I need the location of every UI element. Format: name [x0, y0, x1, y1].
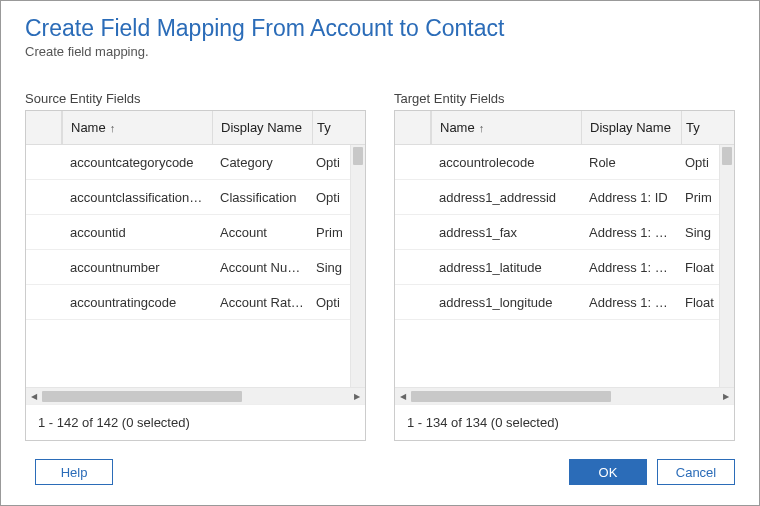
row-selector[interactable]: [395, 250, 431, 284]
cell-display: Address 1: Lo...: [581, 295, 681, 310]
row-selector[interactable]: [26, 250, 62, 284]
scroll-left-icon[interactable]: ◀: [26, 389, 42, 404]
cell-type: Float: [681, 295, 719, 310]
table-row[interactable]: accountratingcodeAccount RatingOpti: [26, 285, 350, 320]
source-panel-label: Source Entity Fields: [25, 91, 366, 106]
scrollbar-track[interactable]: [411, 389, 718, 404]
scrollbar-thumb[interactable]: [411, 391, 611, 402]
column-header-name-text: Name: [440, 120, 475, 135]
page-subtitle: Create field mapping.: [25, 44, 735, 59]
sort-ascending-icon: ↑: [110, 122, 116, 134]
source-grid-header: Name ↑ Display Name Ty: [26, 111, 365, 145]
table-row[interactable]: accountrolecodeRoleOpti: [395, 145, 719, 180]
cell-name: accountcategorycode: [62, 155, 212, 170]
column-header-name[interactable]: Name ↑: [62, 111, 212, 144]
help-button[interactable]: Help: [35, 459, 113, 485]
row-selector[interactable]: [26, 285, 62, 319]
row-selector[interactable]: [26, 215, 62, 249]
column-header-name[interactable]: Name ↑: [431, 111, 581, 144]
cell-name: address1_fax: [431, 225, 581, 240]
cell-display: Category: [212, 155, 312, 170]
dialog-footer: Help OK Cancel: [1, 441, 759, 505]
cell-display: Account Num...: [212, 260, 312, 275]
cell-name: address1_addressid: [431, 190, 581, 205]
scrollbar-thumb[interactable]: [722, 147, 732, 165]
table-row[interactable]: accountnumberAccount Num...Sing: [26, 250, 350, 285]
row-selector[interactable]: [395, 180, 431, 214]
column-header-display[interactable]: Display Name: [212, 111, 312, 144]
source-status-text: 1 - 142 of 142 (0 selected): [26, 404, 365, 440]
cancel-button[interactable]: Cancel: [657, 459, 735, 485]
row-selector[interactable]: [395, 215, 431, 249]
cell-display: Account: [212, 225, 312, 240]
scrollbar-thumb[interactable]: [42, 391, 242, 402]
cell-display: Role: [581, 155, 681, 170]
row-selector[interactable]: [395, 145, 431, 179]
cell-name: address1_longitude: [431, 295, 581, 310]
horizontal-scrollbar[interactable]: ◀ ▶: [395, 387, 734, 404]
column-header-type[interactable]: Ty: [312, 111, 350, 144]
scrollbar-thumb[interactable]: [353, 147, 363, 165]
row-selector[interactable]: [395, 285, 431, 319]
source-grid: Name ↑ Display Name Ty accountcategoryco…: [25, 110, 366, 441]
row-selector[interactable]: [26, 180, 62, 214]
scroll-right-icon[interactable]: ▶: [718, 389, 734, 404]
source-panel: Source Entity Fields Name ↑ Display Name…: [25, 91, 366, 441]
target-grid-body: accountrolecodeRoleOptiaddress1_addressi…: [395, 145, 734, 387]
table-row[interactable]: address1_latitudeAddress 1: La...Float: [395, 250, 719, 285]
cell-name: accountnumber: [62, 260, 212, 275]
cell-display: Address 1: ID: [581, 190, 681, 205]
cell-name: accountid: [62, 225, 212, 240]
ok-button[interactable]: OK: [569, 459, 647, 485]
column-header-name-text: Name: [71, 120, 106, 135]
column-header-type[interactable]: Ty: [681, 111, 719, 144]
cell-type: Opti: [312, 190, 350, 205]
cell-display: Classification: [212, 190, 312, 205]
vertical-scrollbar[interactable]: [719, 145, 734, 387]
column-header-display[interactable]: Display Name: [581, 111, 681, 144]
content-area: Source Entity Fields Name ↑ Display Name…: [1, 67, 759, 441]
row-selector[interactable]: [26, 145, 62, 179]
scrollbar-track[interactable]: [42, 389, 349, 404]
horizontal-scrollbar[interactable]: ◀ ▶: [26, 387, 365, 404]
cell-name: accountrolecode: [431, 155, 581, 170]
target-panel-label: Target Entity Fields: [394, 91, 735, 106]
cell-type: Prim: [681, 190, 719, 205]
cell-type: Float: [681, 260, 719, 275]
column-selector[interactable]: [395, 111, 431, 144]
sort-ascending-icon: ↑: [479, 122, 485, 134]
target-panel: Target Entity Fields Name ↑ Display Name…: [394, 91, 735, 441]
scroll-left-icon[interactable]: ◀: [395, 389, 411, 404]
table-row[interactable]: address1_longitudeAddress 1: Lo...Float: [395, 285, 719, 320]
vertical-scrollbar[interactable]: [350, 145, 365, 387]
cell-display: Address 1: La...: [581, 260, 681, 275]
cell-type: Opti: [681, 155, 719, 170]
cell-name: accountratingcode: [62, 295, 212, 310]
cell-type: Sing: [681, 225, 719, 240]
page-title: Create Field Mapping From Account to Con…: [25, 15, 735, 42]
source-grid-body: accountcategorycodeCategoryOptiaccountcl…: [26, 145, 365, 387]
target-grid: Name ↑ Display Name Ty accountrolecodeRo…: [394, 110, 735, 441]
target-grid-header: Name ↑ Display Name Ty: [395, 111, 734, 145]
table-row[interactable]: accountidAccountPrim: [26, 215, 350, 250]
cell-type: Opti: [312, 155, 350, 170]
dialog-window: Create Field Mapping From Account to Con…: [0, 0, 760, 506]
cell-display: Account Rating: [212, 295, 312, 310]
table-row[interactable]: address1_addressidAddress 1: IDPrim: [395, 180, 719, 215]
scroll-right-icon[interactable]: ▶: [349, 389, 365, 404]
table-row[interactable]: accountclassificationc...ClassificationO…: [26, 180, 350, 215]
cell-name: accountclassificationc...: [62, 190, 212, 205]
cell-type: Prim: [312, 225, 350, 240]
cell-display: Address 1: Fax: [581, 225, 681, 240]
table-row[interactable]: accountcategorycodeCategoryOpti: [26, 145, 350, 180]
cell-name: address1_latitude: [431, 260, 581, 275]
target-status-text: 1 - 134 of 134 (0 selected): [395, 404, 734, 440]
cell-type: Sing: [312, 260, 350, 275]
cell-type: Opti: [312, 295, 350, 310]
table-row[interactable]: address1_faxAddress 1: FaxSing: [395, 215, 719, 250]
column-selector[interactable]: [26, 111, 62, 144]
dialog-header: Create Field Mapping From Account to Con…: [1, 1, 759, 67]
